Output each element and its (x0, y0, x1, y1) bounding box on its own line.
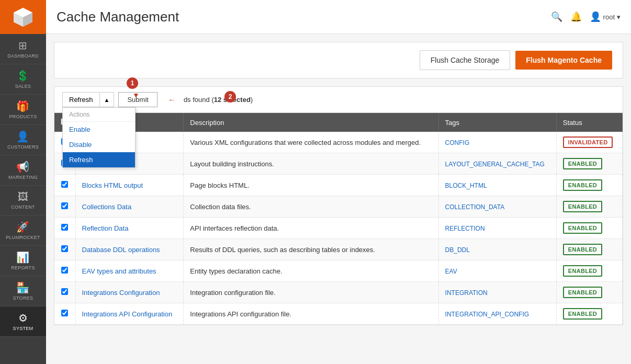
flush-magento-cache-button[interactable]: Flush Magento Cache (515, 51, 612, 70)
bell-icon[interactable]: 🔔 (570, 11, 582, 22)
status-badge: ENABLED (563, 308, 602, 320)
row-description: Collection data files. (184, 196, 438, 218)
action-select-button[interactable]: Refresh (62, 92, 99, 107)
sidebar-item-label: PLUMROCKET (6, 235, 40, 240)
row-description: Integrations API configuration file. (184, 303, 438, 325)
search-icon[interactable]: 🔍 (551, 11, 562, 22)
row-status: ENABLED (556, 303, 622, 325)
dropdown-item-disable[interactable]: Disable (63, 137, 135, 152)
row-checkbox[interactable] (61, 224, 68, 231)
row-tags: INTEGRATION (438, 282, 556, 303)
type-link[interactable]: Blocks HTML output (82, 181, 143, 189)
tag-value: DB_DDL (445, 246, 470, 254)
action-dropdown-menu: Actions Enable Disable Refresh (62, 107, 136, 168)
step2-arrow-icon: ← (168, 96, 175, 104)
sidebar-item-label: STORES (13, 295, 33, 301)
user-avatar-icon: 👤 (590, 11, 601, 22)
products-icon: 🎁 (16, 100, 29, 112)
row-checkbox-cell (54, 260, 75, 282)
tag-value: LAYOUT_GENERAL_CACHE_TAG (445, 161, 545, 168)
sidebar-item-products[interactable]: 🎁 PRODUCTS (0, 95, 46, 125)
user-menu[interactable]: 👤 root ▾ (590, 11, 621, 22)
row-tags: REFLECTION (438, 218, 556, 239)
col-description: Description (184, 113, 438, 132)
type-link[interactable]: Reflection Data (82, 224, 129, 232)
sidebar-logo[interactable] (0, 0, 46, 34)
action-bar: Flush Cache Storage Flush Magento Cache (54, 42, 623, 78)
cache-table-section: 1 ▼ Refresh ▲ Actions Enable Disable Ref… (54, 86, 623, 325)
sidebar-item-label: PRODUCTS (9, 114, 37, 119)
row-tags: CONFIG (438, 132, 556, 153)
step1-badge: 1 (127, 77, 138, 89)
records-info: ds found (12 selected) (184, 96, 253, 104)
row-status: ENABLED (556, 260, 622, 282)
row-status: ENABLED (556, 282, 622, 303)
sidebar-item-content[interactable]: 🖼 CONTENT (0, 186, 46, 215)
row-description: Various XML configurations that were col… (184, 132, 438, 153)
row-tags: EAV (438, 260, 556, 282)
row-tags: DB_DDL (438, 239, 556, 260)
type-link[interactable]: Integrations Configuration (82, 289, 160, 297)
row-checkbox[interactable] (61, 202, 68, 209)
row-checkbox-cell (54, 218, 75, 239)
row-type: Blocks HTML output (75, 175, 184, 196)
cache-table: Type Description Tags Status Configurati… (54, 113, 623, 325)
sidebar-item-sales[interactable]: 💲 SALES (0, 64, 46, 95)
stores-icon: 🏪 (16, 281, 29, 294)
row-checkbox[interactable] (61, 310, 68, 316)
sidebar-item-marketing[interactable]: 📢 MARKETING (0, 155, 46, 186)
tag-value: CONFIG (445, 139, 470, 146)
type-link[interactable]: Database DDL operations (82, 246, 160, 254)
table-header: Type Description Tags Status (54, 113, 623, 132)
sidebar-item-label: MARKETING (8, 175, 38, 180)
dropdown-item-enable[interactable]: Enable (63, 122, 135, 137)
row-description: Results of DDL queries, such as describi… (184, 239, 438, 260)
main-content: Cache Management 🔍 🔔 👤 root ▾ Flush Cach… (46, 0, 631, 364)
topbar-actions: 🔍 🔔 👤 root ▾ (551, 11, 621, 22)
type-link[interactable]: EAV types and attributes (82, 267, 156, 275)
status-badge: INVALIDATED (563, 136, 613, 148)
type-link[interactable]: Integrations API Configuration (82, 310, 173, 318)
sidebar-item-stores[interactable]: 🏪 STORES (0, 276, 46, 306)
sidebar-item-system[interactable]: ⚙ SYSTEM (0, 306, 46, 337)
table-row: Database DDL operations Results of DDL q… (54, 239, 623, 260)
sidebar-item-label: DASHBOARD (7, 53, 39, 59)
table-body: Configuration Various XML configurations… (54, 132, 623, 325)
customers-icon: 👤 (16, 130, 29, 143)
status-badge: ENABLED (563, 201, 602, 212)
table-row: Configuration Various XML configurations… (54, 132, 623, 153)
sidebar-item-plumrocket[interactable]: 🚀 PLUMROCKET (0, 215, 46, 246)
dropdown-item-refresh[interactable]: Refresh (63, 152, 135, 167)
tag-value: COLLECTION_DATA (445, 203, 505, 211)
row-status: INVALIDATED (556, 132, 622, 153)
row-checkbox-cell (54, 303, 75, 325)
step2-badge: 2 (224, 91, 236, 103)
sidebar-item-reports[interactable]: 📊 REPORTS (0, 246, 46, 276)
row-checkbox[interactable] (61, 267, 68, 274)
table-row: Reflection Data API interfaces reflectio… (54, 218, 623, 239)
table-toolbar: 1 ▼ Refresh ▲ Actions Enable Disable Ref… (54, 87, 623, 113)
sidebar-item-label: SALES (15, 84, 31, 89)
sidebar-item-label: SYSTEM (13, 326, 33, 331)
row-checkbox[interactable] (61, 288, 68, 295)
row-type: Collections Data (75, 196, 184, 218)
step1-arrow-icon: ▼ (132, 91, 140, 99)
tag-value: INTEGRATION (445, 289, 488, 297)
row-description: Entity types declaration cache. (184, 260, 438, 282)
user-name: root (603, 13, 615, 21)
sidebar-item-customers[interactable]: 👤 CUSTOMERS (0, 125, 46, 155)
row-type: Integrations API Configuration (75, 303, 184, 325)
sidebar: ⊞ DASHBOARD 💲 SALES 🎁 PRODUCTS 👤 CUSTOME… (0, 0, 46, 364)
row-checkbox-cell (54, 175, 75, 196)
flush-cache-storage-button[interactable]: Flush Cache Storage (420, 50, 511, 70)
row-checkbox[interactable] (61, 181, 68, 188)
sidebar-item-label: REPORTS (11, 265, 35, 270)
row-description: Layout building instructions. (184, 153, 438, 175)
row-checkbox-cell (54, 196, 75, 218)
type-link[interactable]: Collections Data (82, 203, 132, 211)
action-arrow-button[interactable]: ▲ (99, 92, 115, 107)
row-checkbox[interactable] (61, 245, 68, 252)
sales-icon: 💲 (16, 70, 29, 82)
sidebar-item-dashboard[interactable]: ⊞ DASHBOARD (0, 34, 46, 64)
row-type: Integrations Configuration (75, 282, 184, 303)
